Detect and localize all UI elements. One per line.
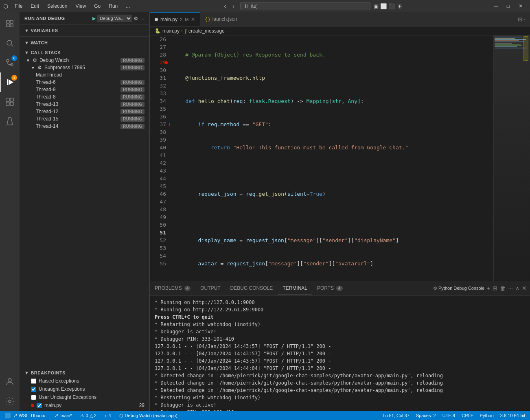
- menu-go[interactable]: Go: [91, 0, 104, 12]
- layout-toggle-1[interactable]: ▣: [374, 3, 379, 9]
- menu-view[interactable]: View: [72, 0, 89, 12]
- bp-user-uncaught-checkbox[interactable]: [31, 395, 36, 400]
- callstack-thread12-badge: RUNNING: [120, 109, 145, 114]
- terminal-line-3: * Restarting with watchdog (inotify): [155, 321, 525, 328]
- terminal-split-button[interactable]: ⊞: [493, 285, 497, 291]
- status-interpreter[interactable]: 3.8.10 64-bit: [499, 413, 527, 418]
- function-icon: ⨍: [184, 28, 187, 34]
- activity-search[interactable]: [0, 33, 20, 53]
- bp-uncaught-checkbox[interactable]: [31, 387, 36, 392]
- terminal-line-2: Press CTRL+C to quit: [155, 313, 525, 321]
- status-wsl[interactable]: ⎇ WSL: Ubuntu: [3, 413, 47, 418]
- layout-toggle-3[interactable]: ⬛: [389, 3, 396, 9]
- status-eol[interactable]: CRLF: [460, 413, 475, 418]
- callstack-thread14-label: Thread-14: [36, 123, 58, 129]
- callstack-thread-12[interactable]: Thread-12 RUNNING: [20, 108, 149, 115]
- minimize-button[interactable]: ─: [490, 2, 502, 11]
- status-language[interactable]: Python: [478, 413, 495, 418]
- bp-mainpy-checkbox[interactable]: [37, 403, 42, 408]
- code-line-29: if req.method == "GET":: [173, 120, 490, 128]
- menu-selection[interactable]: Selection: [44, 0, 70, 12]
- debug-settings-button[interactable]: ⚙: [134, 15, 138, 22]
- terminal-maximize-button[interactable]: ∧: [515, 285, 519, 291]
- terminal-line-0: * Running on http://127.0.0.1:9000: [155, 299, 525, 306]
- terminal-add-button[interactable]: +: [487, 285, 490, 291]
- tab-ports[interactable]: PORTS 4: [312, 281, 348, 295]
- status-encoding[interactable]: UTF-8: [441, 413, 457, 418]
- status-position[interactable]: Ln 51, Col 37: [381, 413, 411, 418]
- status-spaces[interactable]: Spaces: 2: [414, 413, 438, 418]
- code-content[interactable]: # @param {Object} res Response to send b…: [169, 35, 493, 281]
- menu-more[interactable]: ...: [123, 0, 133, 12]
- terminal-trash-button[interactable]: 🗑: [500, 285, 506, 291]
- activity-settings[interactable]: [0, 392, 20, 411]
- activity-explorer[interactable]: [0, 14, 20, 33]
- menu-run[interactable]: Run: [105, 0, 121, 12]
- status-debug-session[interactable]: ⬡ Debug Watch (avatar-app): [118, 413, 179, 418]
- terminal-area: PROBLEMS 4 OUTPUT DEBUG CONSOLE TERMINAL…: [150, 281, 530, 411]
- callstack-thread-6[interactable]: Thread-6 RUNNING: [20, 79, 149, 86]
- split-editor-button[interactable]: ⊞: [518, 16, 522, 22]
- more-actions-button[interactable]: ···: [522, 16, 527, 22]
- callstack-thread-13[interactable]: Thread-13 RUNNING: [20, 101, 149, 108]
- callstack-thread-14[interactable]: Thread-14 RUNNING: [20, 122, 149, 130]
- activity-extensions[interactable]: [0, 92, 20, 112]
- close-button[interactable]: ✕: [515, 2, 527, 11]
- status-sync[interactable]: ↕ 4: [103, 413, 113, 418]
- breakpoints-header[interactable]: ▼ BREAKPOINTS: [20, 369, 149, 377]
- tab-mainpy[interactable]: main.py 2, M ✕: [150, 12, 200, 26]
- search-box-text[interactable]: itu]: [251, 3, 367, 9]
- svg-rect-11: [6, 98, 9, 101]
- layout-toggle-2[interactable]: ⬜: [380, 3, 387, 9]
- code-line-30: return "Hello! This function must be cal…: [173, 144, 490, 151]
- python-file-icon: 🐍: [155, 28, 161, 34]
- breadcrumb-file[interactable]: main.py: [162, 28, 180, 34]
- svg-rect-14: [10, 102, 13, 105]
- menu-file[interactable]: File: [11, 0, 26, 12]
- bp-user-uncaught-exceptions[interactable]: User Uncaught Exceptions: [20, 393, 149, 401]
- callstack-thread12-label: Thread-12: [36, 109, 58, 114]
- tab-close-icon[interactable]: ✕: [191, 17, 195, 22]
- terminal-more-button[interactable]: ···: [508, 285, 513, 291]
- code-line-35: avatar = request_json["message"]["sender…: [173, 260, 490, 267]
- activity-account[interactable]: [0, 372, 20, 392]
- callstack-thread-9[interactable]: Thread-9 RUNNING: [20, 86, 149, 93]
- callstack-mainthread[interactable]: MainThread: [20, 71, 149, 79]
- activity-run-debug[interactable]: 1: [0, 72, 20, 92]
- status-right: Ln 51, Col 37 Spaces: 2 UTF-8 CRLF Pytho…: [381, 413, 527, 418]
- callstack-item-badge: RUNNING: [120, 58, 145, 63]
- terminal-close-button[interactable]: ✕: [522, 285, 527, 291]
- bp-uncaught-exceptions[interactable]: Uncaught Exceptions: [20, 385, 149, 393]
- status-branch[interactable]: ⎇ main*: [52, 413, 73, 418]
- debug-more-button[interactable]: ···: [140, 15, 145, 22]
- tab-launchjson[interactable]: { } launch.json ✕: [200, 12, 249, 26]
- back-button[interactable]: ‹: [222, 2, 229, 10]
- bp-mainpy[interactable]: main.py 29: [20, 401, 149, 409]
- bp-raised-label: Raised Exceptions: [39, 378, 79, 384]
- status-errors[interactable]: ⚠ 0 △ 2: [79, 413, 98, 418]
- debug-config-select[interactable]: Debug Wa...: [97, 15, 132, 22]
- variables-header[interactable]: ▼ VARIABLES: [20, 26, 149, 35]
- layout-toggle-4[interactable]: ⊞: [397, 3, 402, 9]
- breadcrumb-symbol[interactable]: create_message: [188, 28, 225, 34]
- terminal-content[interactable]: * Running on http://127.0.0.1:9000 * Run…: [150, 295, 530, 411]
- forward-button[interactable]: ›: [230, 2, 237, 10]
- activity-source-control[interactable]: 6: [0, 53, 20, 72]
- tab-problems[interactable]: PROBLEMS 4: [150, 281, 195, 295]
- callstack-subprocess[interactable]: ▼ ⚙ Subprocess 17995 RUNNING: [20, 64, 149, 71]
- activity-testing[interactable]: [0, 112, 20, 131]
- bp-raised-checkbox[interactable]: [31, 378, 36, 384]
- maximize-button[interactable]: □: [503, 2, 514, 11]
- callstack-thread-8[interactable]: Thread-8 RUNNING: [20, 93, 149, 101]
- menu-edit[interactable]: Edit: [27, 0, 42, 12]
- activity-bar: 6 1: [0, 12, 20, 411]
- tab-output[interactable]: OUTPUT: [195, 281, 225, 295]
- callstack-thread-15[interactable]: Thread-15 RUNNING: [20, 115, 149, 122]
- watch-header[interactable]: ▼ WATCH: [20, 39, 149, 47]
- callstack-debug-watch[interactable]: ▼ ⚙ Debug Watch RUNNING: [20, 57, 149, 64]
- variables-chevron-icon: ▼: [24, 28, 29, 33]
- tab-debug-console[interactable]: DEBUG CONSOLE: [226, 281, 278, 295]
- tab-terminal[interactable]: TERMINAL: [278, 281, 312, 295]
- callstack-header[interactable]: ▼ CALL STACK: [20, 48, 149, 57]
- bp-raised-exceptions[interactable]: Raised Exceptions: [20, 377, 149, 385]
